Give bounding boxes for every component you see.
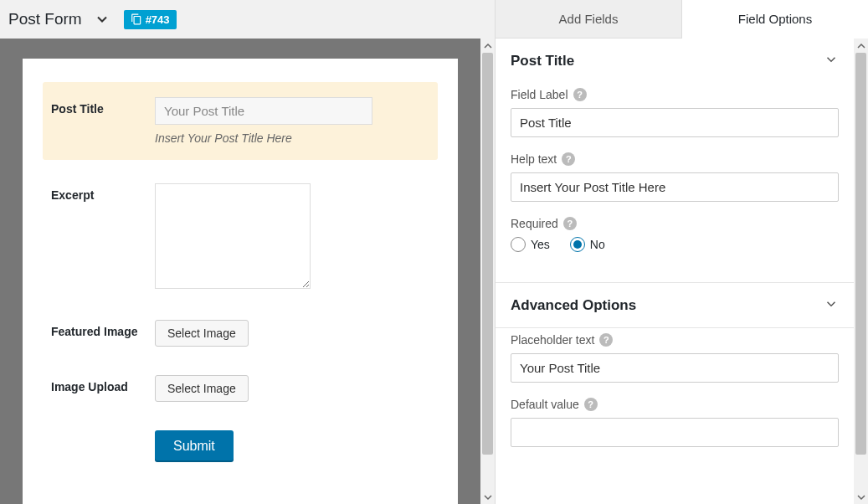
excerpt-textarea[interactable] bbox=[155, 183, 311, 289]
opt-label-text: Help text bbox=[511, 152, 557, 166]
scroll-thumb[interactable] bbox=[855, 53, 866, 455]
opt-label-text: Field Label bbox=[511, 88, 568, 101]
field-image-upload[interactable]: Image Upload Select Image bbox=[51, 375, 429, 402]
scroll-down-icon[interactable] bbox=[854, 490, 868, 504]
shortcode-badge[interactable]: #743 bbox=[124, 10, 177, 29]
shortcode-badge-text: #743 bbox=[146, 13, 170, 26]
opt-field-label: Field Label ? bbox=[511, 88, 839, 137]
submit-button[interactable]: Submit bbox=[155, 430, 234, 462]
default-value-input[interactable] bbox=[511, 418, 839, 447]
select-image-button[interactable]: Select Image bbox=[155, 375, 249, 402]
opt-required: Required ? Yes No bbox=[511, 217, 839, 252]
radio-icon bbox=[570, 237, 585, 252]
opt-label-text: Placeholder text bbox=[511, 333, 594, 347]
section-title: Advanced Options bbox=[511, 297, 636, 314]
field-label: Featured Image bbox=[51, 320, 155, 338]
required-no[interactable]: No bbox=[570, 237, 605, 252]
radio-label: Yes bbox=[531, 238, 550, 251]
tab-add-fields[interactable]: Add Fields bbox=[496, 0, 682, 39]
opt-help-text: Help text ? bbox=[511, 152, 839, 202]
opt-placeholder: Placeholder text ? bbox=[511, 333, 839, 383]
select-image-button[interactable]: Select Image bbox=[155, 320, 249, 347]
help-icon[interactable]: ? bbox=[599, 333, 613, 347]
section-toggle-field[interactable]: Post Title bbox=[496, 39, 854, 83]
scroll-down-icon[interactable] bbox=[480, 490, 495, 504]
post-title-help: Insert Your Post Title Here bbox=[155, 131, 429, 145]
field-submit[interactable]: Submit bbox=[155, 430, 429, 462]
scroll-thumb[interactable] bbox=[482, 53, 493, 455]
scrollbar[interactable] bbox=[480, 39, 495, 504]
opt-label-text: Default value bbox=[511, 398, 579, 411]
options-panel: Post Title Field Label ? Help text ? bbox=[496, 39, 854, 504]
help-text-input[interactable] bbox=[511, 172, 839, 202]
help-icon[interactable]: ? bbox=[563, 217, 577, 230]
field-featured-image[interactable]: Featured Image Select Image bbox=[51, 320, 429, 347]
field-excerpt[interactable]: Excerpt bbox=[51, 183, 429, 291]
required-yes[interactable]: Yes bbox=[511, 237, 550, 252]
field-label: Post Title bbox=[51, 97, 155, 116]
scrollbar[interactable] bbox=[854, 39, 868, 504]
section-title: Post Title bbox=[511, 53, 574, 69]
tabs: Add Fields Field Options bbox=[496, 0, 868, 39]
section-toggle-advanced[interactable]: Advanced Options bbox=[496, 283, 854, 327]
form-card: Post Title Insert Your Post Title Here E… bbox=[23, 59, 458, 504]
radio-icon bbox=[511, 237, 526, 252]
placeholder-input[interactable] bbox=[511, 353, 839, 383]
post-title-input[interactable] bbox=[155, 97, 372, 125]
topbar: Post Form #743 bbox=[0, 0, 495, 39]
page-title: Post Form bbox=[8, 10, 82, 28]
help-icon[interactable]: ? bbox=[584, 398, 598, 411]
field-label-input[interactable] bbox=[511, 108, 839, 137]
help-icon[interactable]: ? bbox=[573, 88, 587, 101]
chevron-down-icon[interactable] bbox=[94, 11, 110, 28]
chevron-down-icon bbox=[824, 52, 839, 69]
opt-default-value: Default value ? bbox=[511, 398, 839, 447]
field-label: Excerpt bbox=[51, 183, 155, 202]
tab-field-options[interactable]: Field Options bbox=[682, 0, 868, 39]
opt-label-text: Required bbox=[511, 217, 558, 230]
scroll-up-icon[interactable] bbox=[854, 39, 868, 53]
chevron-down-icon bbox=[824, 296, 839, 314]
scroll-up-icon[interactable] bbox=[480, 39, 495, 53]
help-icon[interactable]: ? bbox=[562, 152, 575, 166]
field-label: Image Upload bbox=[51, 375, 155, 393]
preview-area: Post Title Insert Your Post Title Here E… bbox=[0, 39, 480, 504]
field-post-title[interactable]: Post Title Insert Your Post Title Here bbox=[43, 82, 438, 160]
radio-label: No bbox=[590, 238, 605, 251]
